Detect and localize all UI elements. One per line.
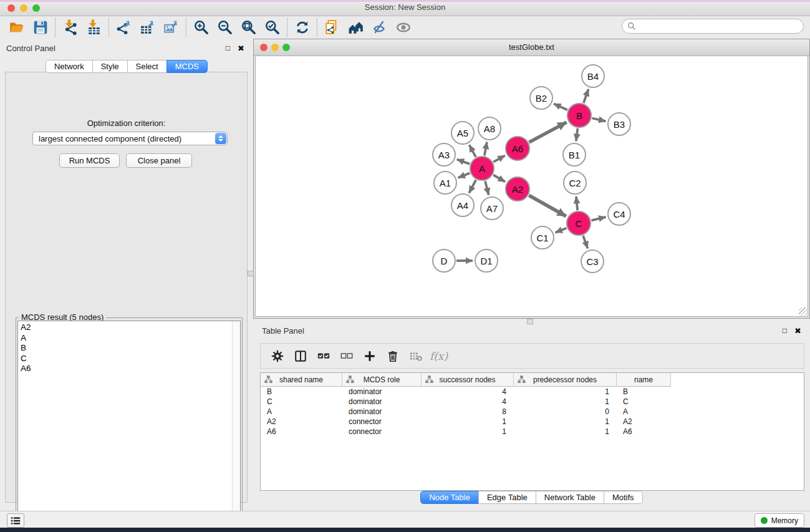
show-view-button[interactable] xyxy=(392,18,415,37)
delete-column-button[interactable] xyxy=(381,347,404,365)
import-network-button[interactable] xyxy=(59,18,82,37)
node-C4[interactable]: C4 xyxy=(607,202,631,226)
table-row[interactable]: Adominator80A xyxy=(261,407,804,417)
home-button[interactable] xyxy=(344,18,368,37)
import-table-button[interactable] xyxy=(82,18,106,37)
node-A[interactable]: A xyxy=(470,156,494,181)
node-D[interactable]: D xyxy=(432,249,456,273)
deselect-all-columns-button[interactable] xyxy=(335,347,358,365)
tab-edge-table[interactable]: Edge Table xyxy=(478,491,536,504)
resize-grip-icon[interactable] xyxy=(799,307,807,316)
tab-network[interactable]: Network xyxy=(46,60,93,73)
close-panel-button[interactable]: Close panel xyxy=(126,153,192,168)
zoom-out-button[interactable] xyxy=(213,18,237,37)
node-B[interactable]: B xyxy=(567,103,592,128)
node-A3[interactable]: A3 xyxy=(432,143,456,167)
mcds-result-list[interactable]: A2ABCA6 xyxy=(17,321,241,529)
export-image-button[interactable] xyxy=(160,18,183,37)
horizontal-splitter-grip[interactable] xyxy=(527,319,533,324)
edge-A-A2 xyxy=(493,175,505,182)
node-C[interactable]: C xyxy=(566,211,591,236)
node-A1[interactable]: A1 xyxy=(433,171,457,195)
node-C1[interactable]: C1 xyxy=(531,226,554,249)
zoom-fit-button[interactable] xyxy=(237,18,261,37)
node-B2[interactable]: B2 xyxy=(529,86,553,110)
list-icon xyxy=(11,516,21,525)
node-A7[interactable]: A7 xyxy=(480,196,504,220)
table-row[interactable]: Bdominator41B xyxy=(261,387,804,397)
float-table-panel-icon[interactable]: □ xyxy=(783,326,787,336)
refresh-layout-button[interactable] xyxy=(291,18,314,37)
tab-select[interactable]: Select xyxy=(127,60,167,73)
select-all-columns-button[interactable] xyxy=(312,347,335,365)
hierarchy-icon xyxy=(518,375,526,384)
mcds-result-item[interactable]: B xyxy=(21,343,240,354)
node-A6[interactable]: A6 xyxy=(505,136,530,161)
mcds-result-item[interactable]: A2 xyxy=(21,322,240,333)
node-C2[interactable]: C2 xyxy=(563,171,587,195)
duplicate-network-button[interactable] xyxy=(321,18,344,37)
edge-A-A5 xyxy=(470,145,476,157)
close-table-panel-icon[interactable]: ✖ xyxy=(794,326,801,336)
tab-network-table[interactable]: Network Table xyxy=(536,491,604,504)
open-session-button[interactable] xyxy=(5,18,29,37)
tab-style[interactable]: Style xyxy=(92,60,128,73)
table-cell: C xyxy=(261,397,342,406)
memory-label: Memory xyxy=(771,516,798,525)
node-A2[interactable]: A2 xyxy=(505,177,530,201)
node-A5[interactable]: A5 xyxy=(451,121,475,145)
column-header-successor-nodes[interactable]: successor nodes xyxy=(422,373,514,387)
column-header-MCDS-role[interactable]: MCDS role xyxy=(342,373,422,387)
task-history-button[interactable] xyxy=(7,513,24,528)
optimization-criterion-dropdown[interactable]: largest connected component (directed) xyxy=(32,132,228,145)
tab-mcds[interactable]: MCDS xyxy=(166,60,208,73)
column-header-predecessor-nodes[interactable]: predecessor nodes xyxy=(514,373,617,387)
show-columns-button[interactable] xyxy=(289,347,312,365)
run-mcds-button[interactable]: Run MCDS xyxy=(59,153,120,168)
export-table-button[interactable] xyxy=(136,18,160,37)
search-field[interactable] xyxy=(622,19,804,34)
scrollbar-track[interactable] xyxy=(232,321,240,528)
network-window-titlebar[interactable]: testGlobe.txt xyxy=(254,39,809,56)
node-B3[interactable]: B3 xyxy=(607,112,631,136)
table-row[interactable]: A2connector11A2 xyxy=(261,417,804,427)
node-table[interactable]: shared nameMCDS rolesuccessor nodesprede… xyxy=(260,372,804,491)
show-view-icon xyxy=(395,19,412,36)
table-panel: Table Panel □ ✖ f(x) shared nameMCDS rol… xyxy=(253,319,810,511)
column-header-name[interactable]: name xyxy=(617,373,671,387)
tab-motifs[interactable]: Motifs xyxy=(604,491,643,504)
mcds-result-item[interactable]: C xyxy=(21,354,240,364)
node-B1[interactable]: B1 xyxy=(562,143,586,167)
node-C3[interactable]: C3 xyxy=(581,249,604,273)
node-B4[interactable]: B4 xyxy=(581,64,605,88)
zoom-selected-button[interactable] xyxy=(261,18,284,37)
search-input[interactable] xyxy=(639,21,803,31)
table-row[interactable]: A6connector11A6 xyxy=(261,427,804,437)
main-toolbar xyxy=(0,16,810,39)
zoom-selected-icon xyxy=(264,19,281,36)
import-network-icon xyxy=(62,19,79,36)
table-row[interactable]: Cdominator41C xyxy=(261,397,804,407)
node-A8[interactable]: A8 xyxy=(478,117,501,140)
vertical-splitter-grip[interactable] xyxy=(248,271,254,276)
hide-annotations-button[interactable] xyxy=(368,18,392,37)
memory-button[interactable]: Memory xyxy=(755,513,804,528)
zoom-in-button[interactable] xyxy=(190,18,213,37)
mcds-result-item[interactable]: A6 xyxy=(21,364,240,374)
table-settings-button[interactable] xyxy=(266,347,289,365)
tab-node-table[interactable]: Node Table xyxy=(420,491,479,504)
table-cell: dominator xyxy=(342,407,422,416)
save-session-button[interactable] xyxy=(29,18,52,37)
create-column-button[interactable] xyxy=(358,347,381,365)
network-canvas[interactable]: B4B2BB3B1A5A8A6A3AA1A2A4A7C2CC4C1C3DD1 xyxy=(255,56,808,317)
float-panel-icon[interactable]: □ xyxy=(226,44,230,53)
plus-icon xyxy=(363,349,377,363)
export-network-button[interactable] xyxy=(112,18,136,37)
node-A4[interactable]: A4 xyxy=(451,193,475,217)
close-panel-icon[interactable]: ✖ xyxy=(238,44,244,53)
table-cell: 4 xyxy=(422,397,514,406)
table-toolbar: f(x) xyxy=(260,343,804,369)
column-header-shared-name[interactable]: shared name xyxy=(261,373,342,387)
mcds-result-item[interactable]: A xyxy=(21,333,240,344)
node-D1[interactable]: D1 xyxy=(475,249,498,273)
